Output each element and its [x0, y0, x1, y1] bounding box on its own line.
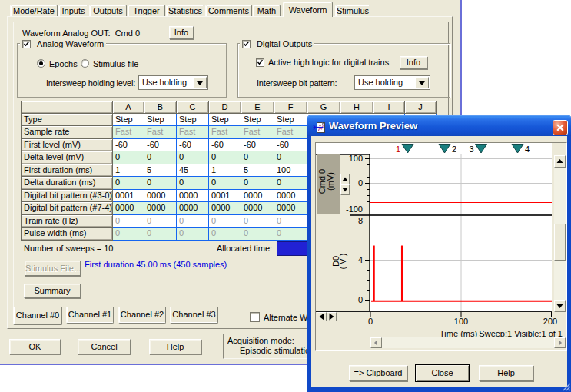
svg-text:200: 200 [543, 317, 557, 326]
svg-text:-100: -100 [346, 204, 363, 214]
svg-text:0: 0 [358, 295, 363, 304]
svg-text:0: 0 [368, 317, 373, 326]
svg-text:2: 2 [452, 145, 456, 154]
svg-text:100: 100 [349, 154, 363, 163]
svg-text:3: 3 [469, 145, 473, 154]
svg-text:4: 4 [358, 255, 363, 264]
svg-text:0: 0 [358, 178, 363, 188]
svg-text:4: 4 [525, 145, 530, 154]
svg-text:1: 1 [396, 145, 400, 154]
svg-text:100: 100 [454, 317, 468, 326]
svg-text:8: 8 [358, 216, 363, 225]
